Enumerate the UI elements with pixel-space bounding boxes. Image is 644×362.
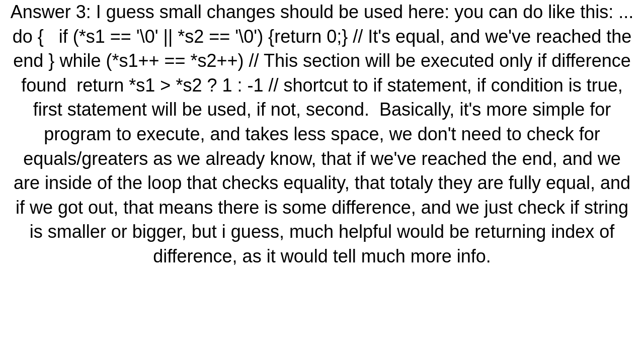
answer-paragraph: Answer 3: I guess small changes should b… (10, 0, 634, 269)
main-content: Answer 3: I guess small changes should b… (0, 0, 644, 269)
